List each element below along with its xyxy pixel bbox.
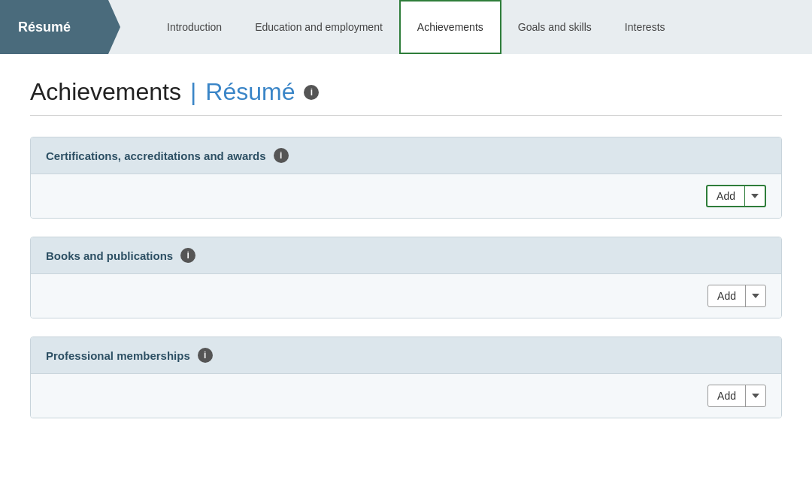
- nav-items: IntroductionEducation and employmentAchi…: [150, 0, 682, 54]
- section-title-books: Books and publications: [46, 249, 173, 262]
- add-button-label-memberships: Add: [708, 385, 746, 406]
- section-body-memberships: Add: [31, 374, 781, 418]
- page-content: Achievements | Résumé i Certifications, …: [0, 54, 812, 466]
- section-header-certifications: Certifications, accreditations and award…: [31, 137, 781, 174]
- section-title-memberships: Professional memberships: [46, 349, 190, 362]
- section-header-books: Books and publicationsi: [31, 237, 781, 274]
- nav-item-goals-and-skills[interactable]: Goals and skills: [501, 0, 608, 54]
- nav-item-interests[interactable]: Interests: [608, 0, 682, 54]
- brand-logo[interactable]: Résumé: [0, 0, 120, 54]
- section-card-books: Books and publicationsiAdd: [30, 237, 782, 318]
- chevron-shape-books: [752, 294, 759, 298]
- chevron-shape-memberships: [752, 394, 759, 398]
- page-title-sub: Résumé: [205, 78, 295, 106]
- section-info-icon-books[interactable]: i: [180, 248, 195, 263]
- chevron-down-icon-books: [746, 285, 765, 306]
- nav-item-achievements[interactable]: Achievements: [399, 0, 501, 54]
- nav-item-education-and-employment[interactable]: Education and employment: [238, 0, 399, 54]
- page-title-main: Achievements: [30, 78, 181, 106]
- sections-container: Certifications, accreditations and award…: [30, 137, 782, 418]
- chevron-down-icon-certifications: [745, 186, 765, 206]
- add-button-certifications[interactable]: Add: [706, 185, 766, 207]
- section-info-icon-certifications[interactable]: i: [274, 148, 289, 163]
- brand-label: Résumé: [18, 20, 71, 35]
- add-button-memberships[interactable]: Add: [707, 385, 766, 407]
- section-header-memberships: Professional membershipsi: [31, 337, 781, 374]
- add-button-label-books: Add: [708, 285, 746, 306]
- add-button-books[interactable]: Add: [707, 285, 766, 307]
- page-title-separator: |: [190, 78, 196, 106]
- section-info-icon-memberships[interactable]: i: [198, 348, 213, 363]
- chevron-shape-certifications: [751, 194, 759, 198]
- title-divider: [30, 115, 782, 116]
- page-title: Achievements | Résumé i: [30, 78, 782, 106]
- section-body-books: Add: [31, 274, 781, 318]
- nav-item-introduction[interactable]: Introduction: [150, 0, 238, 54]
- section-body-certifications: Add: [31, 174, 781, 218]
- add-button-label-certifications: Add: [707, 186, 745, 206]
- navbar: Résumé IntroductionEducation and employm…: [0, 0, 812, 54]
- chevron-down-icon-memberships: [746, 385, 765, 406]
- section-card-certifications: Certifications, accreditations and award…: [30, 137, 782, 219]
- section-title-certifications: Certifications, accreditations and award…: [46, 149, 266, 162]
- page-info-icon[interactable]: i: [304, 85, 319, 100]
- section-card-memberships: Professional membershipsiAdd: [30, 337, 782, 418]
